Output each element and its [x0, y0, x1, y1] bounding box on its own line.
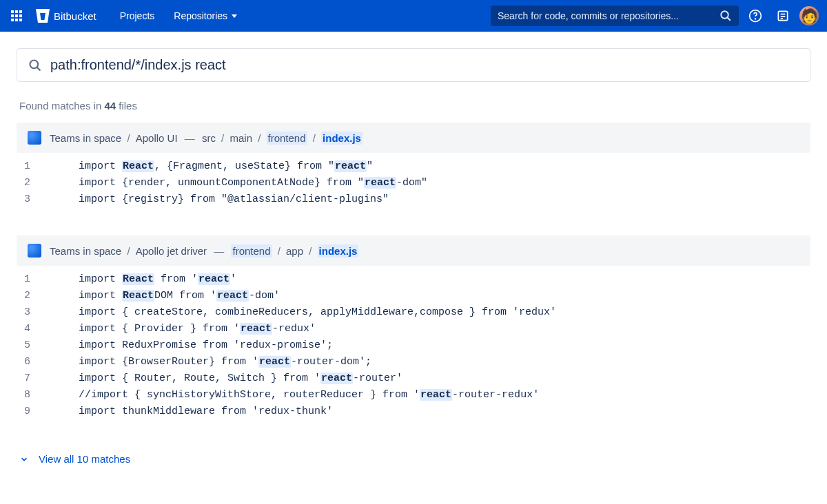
separator: /: [275, 245, 284, 257]
svg-point-0: [721, 11, 728, 19]
code-line[interactable]: 9import thunkMiddleware from 'redux-thun…: [17, 403, 810, 420]
code-block: 1import React, {Fragment, useState} from…: [17, 158, 810, 208]
line-number: 9: [17, 403, 51, 420]
line-content: import thunkMiddleware from 'redux-thunk…: [51, 403, 810, 420]
results-summary: Found matches in 44 files: [17, 100, 810, 112]
separator: /: [255, 132, 264, 144]
line-content: import ReduxPromise from 'redux-promise'…: [51, 337, 810, 354]
nav-projects-label: Projects: [120, 10, 155, 21]
separator: —: [182, 132, 198, 144]
code-line[interactable]: 2import {render, unmountComponentAtNode}…: [17, 175, 810, 191]
separator: /: [124, 132, 133, 144]
line-number: 2: [17, 175, 51, 191]
line-content: import { Router, Route, Switch } from 'r…: [51, 370, 810, 387]
path-segment: frontend: [267, 132, 307, 145]
line-content: import React from 'react': [51, 271, 810, 288]
line-number: 3: [17, 304, 51, 321]
result-breadcrumb: Teams in space / Apollo UI — src / main …: [50, 132, 363, 144]
code-block: 1import React from 'react'2import ReactD…: [17, 271, 810, 420]
code-search-box[interactable]: [17, 48, 810, 82]
code-line[interactable]: 8//import { syncHistoryWithStore, router…: [17, 387, 810, 403]
match-highlight: React: [122, 273, 154, 285]
match-highlight: React: [122, 290, 154, 302]
path-segment: app: [286, 245, 303, 257]
bitbucket-logo[interactable]: Bitbucket: [36, 9, 96, 23]
repo-name[interactable]: Apollo jet driver: [136, 245, 207, 257]
result-breadcrumb: Teams in space / Apollo jet driver — fro…: [50, 245, 358, 257]
line-content: import React, {Fragment, useState} from …: [51, 158, 810, 175]
project-name[interactable]: Teams in space: [50, 245, 121, 257]
line-number: 4: [17, 321, 51, 337]
svg-point-8: [30, 60, 39, 68]
nav-repositories-label: Repositories: [174, 10, 227, 21]
line-number: 8: [17, 387, 51, 403]
match-highlight: react: [364, 177, 396, 189]
app-switcher-icon[interactable]: [8, 8, 25, 24]
line-number: 7: [17, 370, 51, 387]
whats-new-icon[interactable]: [772, 5, 794, 27]
view-all-row: View all 10 matches: [17, 448, 810, 470]
line-number: 1: [17, 271, 51, 288]
summary-suffix: files: [116, 100, 137, 112]
search-icon: [28, 59, 42, 72]
chevron-down-icon[interactable]: [19, 454, 29, 464]
separator: /: [306, 245, 315, 257]
user-avatar[interactable]: 🧑: [799, 6, 819, 25]
top-nav: Bitbucket Projects Repositories 🧑: [0, 0, 827, 32]
match-highlight: react: [216, 290, 249, 302]
match-highlight: react: [334, 160, 367, 172]
file-link[interactable]: index.js: [321, 132, 363, 145]
separator: /: [310, 132, 319, 144]
match-highlight: react: [258, 356, 291, 368]
code-search-input[interactable]: [50, 57, 799, 73]
global-search[interactable]: [491, 6, 739, 26]
repo-name[interactable]: Apollo UI: [136, 132, 178, 144]
code-line[interactable]: 3import {registry} from "@atlassian/clie…: [17, 191, 810, 208]
line-content: import {registry} from "@atlassian/clien…: [51, 191, 810, 208]
nav-right: 🧑: [491, 5, 819, 27]
bitbucket-logomark-icon: [36, 9, 50, 23]
code-line[interactable]: 1import React, {Fragment, useState} from…: [17, 158, 810, 175]
chevron-down-icon: [232, 14, 237, 18]
search-results-page: Found matches in 44 files Teams in space…: [0, 32, 827, 487]
repo-icon: [28, 244, 41, 258]
file-link[interactable]: index.js: [318, 244, 359, 258]
nav-projects[interactable]: Projects: [113, 6, 162, 25]
match-highlight: React: [122, 160, 154, 172]
line-number: 1: [17, 158, 51, 175]
svg-line-1: [727, 17, 731, 21]
match-highlight: react: [198, 273, 230, 285]
path-segment: src: [202, 132, 216, 144]
match-highlight: react: [420, 389, 452, 401]
code-line[interactable]: 6import {BrowserRouter} from 'react-rout…: [17, 354, 810, 370]
brand-text: Bitbucket: [54, 10, 96, 22]
match-highlight: react: [320, 372, 353, 384]
result-header[interactable]: Teams in space / Apollo jet driver — fro…: [17, 235, 810, 266]
global-search-input[interactable]: [498, 10, 715, 21]
search-icon[interactable]: [719, 10, 732, 22]
result-header[interactable]: Teams in space / Apollo UI — src / main …: [17, 123, 810, 153]
line-number: 3: [17, 191, 51, 208]
project-name[interactable]: Teams in space: [50, 132, 121, 144]
code-line[interactable]: 3import { createStore, combineReducers, …: [17, 304, 810, 321]
svg-line-9: [37, 67, 41, 70]
repo-icon: [28, 131, 41, 145]
line-number: 6: [17, 354, 51, 370]
line-content: import { Provider } from 'react-redux': [51, 321, 810, 337]
line-content: //import { syncHistoryWithStore, routerR…: [51, 387, 810, 403]
nav-left: Bitbucket Projects Repositories: [8, 6, 244, 25]
code-line[interactable]: 1import React from 'react': [17, 271, 810, 288]
view-all-link[interactable]: View all 10 matches: [39, 453, 130, 465]
summary-count: 44: [104, 100, 116, 112]
code-line[interactable]: 2import ReactDOM from 'react-dom': [17, 288, 810, 304]
separator: —: [211, 245, 227, 257]
code-line[interactable]: 5import ReduxPromise from 'redux-promise…: [17, 337, 810, 354]
code-line[interactable]: 7import { Router, Route, Switch } from '…: [17, 370, 810, 387]
help-icon[interactable]: [744, 5, 766, 27]
code-line[interactable]: 4import { Provider } from 'react-redux': [17, 321, 810, 337]
path-segment: main: [229, 132, 252, 144]
svg-point-3: [755, 19, 756, 19]
separator: /: [124, 245, 133, 257]
nav-repositories[interactable]: Repositories: [167, 6, 244, 25]
summary-prefix: Found matches in: [19, 100, 104, 112]
